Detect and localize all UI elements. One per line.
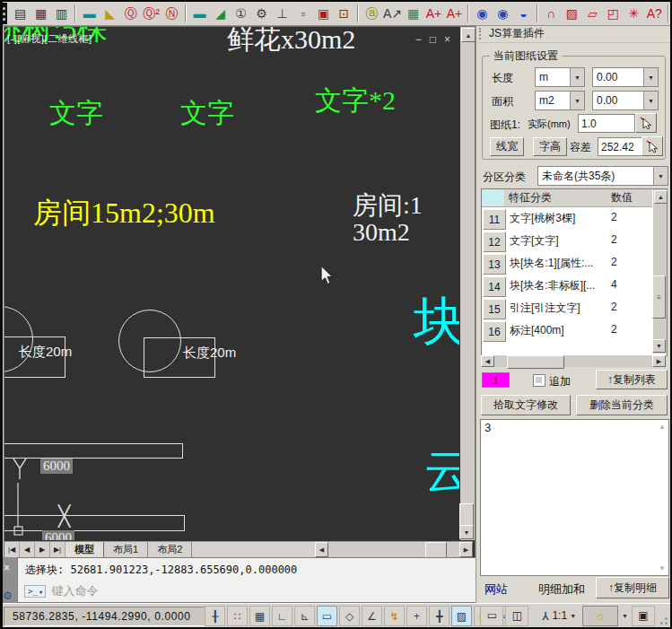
actual-mm-input[interactable]: 1.0 bbox=[578, 114, 635, 133]
find-text-icon[interactable]: ⓐ bbox=[362, 4, 381, 23]
coordinate-readout[interactable]: 58736.2835, -11494.2990, 0.0000 bbox=[4, 607, 209, 626]
close-icon[interactable]: × bbox=[4, 563, 10, 573]
row-number[interactable]: 14 bbox=[483, 276, 506, 297]
doc-red-icon[interactable]: ▣ bbox=[314, 4, 333, 23]
dual-layout-icon[interactable]: ◫ bbox=[505, 606, 528, 626]
pick-point-button[interactable] bbox=[641, 136, 663, 156]
row-number[interactable]: 16 bbox=[483, 321, 506, 342]
transparency-toggle[interactable]: ▨ bbox=[451, 606, 472, 626]
form-icon[interactable]: ▥ bbox=[52, 4, 71, 23]
feature-list[interactable]: 特征分类 数值 11 文字[桃树3棵] 2 12 文字[文字] 2 13 块[块… bbox=[482, 189, 652, 354]
osnap-toggle[interactable]: ▭ bbox=[317, 606, 337, 626]
cad-text-2[interactable]: 文字 bbox=[180, 99, 234, 127]
scroll-down-icon[interactable]: ▼ bbox=[659, 564, 666, 572]
monitor-icon[interactable]: ▭ bbox=[480, 606, 503, 626]
cad-text-3[interactable]: 文字*2 bbox=[315, 86, 396, 115]
close-icon[interactable]: × bbox=[444, 33, 450, 46]
row-number[interactable]: 15 bbox=[483, 299, 506, 319]
chevron-down-icon[interactable]: ▼ bbox=[643, 92, 658, 109]
grid-toggle[interactable]: ▦ bbox=[249, 606, 270, 626]
text-plus-icon[interactable]: A+ bbox=[424, 4, 443, 23]
annotation-visibility-button[interactable]: ☼ bbox=[582, 606, 618, 626]
ortho-toggle[interactable]: ∟ bbox=[272, 606, 292, 626]
table-row[interactable]: 15 引注[引注文字] 2 bbox=[482, 297, 652, 319]
scroll-down-icon[interactable]: ▼ bbox=[652, 339, 666, 353]
text-height-button[interactable]: 字高 bbox=[533, 137, 567, 156]
spark-icon[interactable]: ✳ bbox=[624, 4, 643, 23]
table-row[interactable]: 13 块[块名:1][属性:... 2 bbox=[482, 252, 652, 275]
table-row[interactable]: 11 文字[桃树3棵] 2 bbox=[482, 207, 652, 230]
table-vertical-scrollbar[interactable]: ▲ ≡ ▼ bbox=[653, 189, 667, 354]
cad-text-cloud[interactable]: 云 bbox=[424, 447, 459, 497]
length-precision-select[interactable]: 0.00 ▼ bbox=[592, 67, 659, 87]
cad-text-1[interactable]: 文字 bbox=[49, 99, 103, 127]
color-swatch[interactable]: 1 bbox=[482, 372, 510, 388]
minimize-icon[interactable]: − bbox=[415, 33, 422, 46]
cad-text-block[interactable]: 块 bbox=[414, 294, 459, 351]
scroll-up-icon[interactable]: ▲ bbox=[461, 28, 476, 42]
table-row[interactable]: 16 标注[400m] 2 bbox=[482, 319, 652, 342]
dimension-text-1[interactable]: 6000 bbox=[40, 459, 73, 474]
otrack-toggle[interactable]: ∠ bbox=[362, 606, 382, 626]
circled-one-icon[interactable]: ① bbox=[231, 4, 250, 23]
area-unit-select[interactable]: m2 ▼ bbox=[535, 91, 585, 110]
restore-icon[interactable]: □ bbox=[430, 33, 436, 46]
cad-text-room-white[interactable]: 房间:1 30m2 bbox=[353, 192, 423, 246]
cad-text-flower[interactable]: 鲜花x30m2 bbox=[227, 27, 355, 54]
row-number[interactable]: 11 bbox=[483, 209, 506, 230]
magnet-icon[interactable]: ∩ bbox=[542, 4, 561, 23]
slope-icon[interactable]: ◣ bbox=[100, 4, 119, 23]
clean-screen-icon[interactable]: ▣ bbox=[632, 606, 655, 626]
resize-grip[interactable] bbox=[657, 607, 668, 625]
snap-toggle[interactable]: ╂ bbox=[205, 606, 225, 626]
dynamic-ucs-toggle[interactable]: ↯ bbox=[384, 606, 405, 626]
zone-class-select[interactable]: 未命名(共35条) ▼ bbox=[537, 166, 668, 186]
tab-model[interactable]: 模型 bbox=[65, 542, 104, 557]
tolerance-input[interactable]: 252.42 bbox=[598, 137, 644, 156]
annotation-scale-control[interactable]: Y 1:1 ▼ bbox=[537, 607, 580, 625]
tab-layout1[interactable]: 布局1 bbox=[104, 542, 148, 557]
ruler-icon[interactable]: ▬ bbox=[80, 4, 99, 23]
scroll-up-icon[interactable]: ▲ bbox=[654, 190, 668, 204]
scroll-down-icon[interactable]: ▼ bbox=[459, 525, 474, 539]
hatch-icon[interactable]: ▨ bbox=[563, 4, 581, 23]
list-icon[interactable]: ▤ bbox=[11, 4, 30, 23]
square-icon[interactable]: ▫ bbox=[293, 4, 312, 23]
bulb-blue-icon[interactable]: ◉ bbox=[473, 4, 492, 23]
tab-layout2[interactable]: 布局2 bbox=[148, 542, 192, 557]
bulb-blue2-icon[interactable]: ◉ bbox=[493, 4, 512, 23]
find-q2-icon[interactable]: Ⓠ² bbox=[142, 4, 161, 23]
scroll-left-icon[interactable]: ◀ bbox=[481, 355, 494, 367]
row-number[interactable]: 13 bbox=[483, 254, 506, 275]
area-precision-select[interactable]: 0.00 ▼ bbox=[592, 91, 659, 110]
axes-icon[interactable]: ⊥ bbox=[273, 4, 292, 23]
x-marker-entity[interactable]: ╳ bbox=[58, 506, 70, 528]
chevron-down-icon[interactable]: ▼ bbox=[653, 167, 668, 185]
line-width-button[interactable]: 线宽 bbox=[490, 137, 524, 156]
command-line-area[interactable]: 选择块: 52681.901223,-12883.655690,0.000000… bbox=[17, 557, 476, 603]
find-q-icon[interactable]: Ⓠ bbox=[121, 4, 140, 23]
delete-current-class-button[interactable]: 删除当前分类 bbox=[576, 395, 668, 415]
chevron-down-icon[interactable]: ▼ bbox=[620, 613, 630, 619]
excel-icon[interactable]: ▦ bbox=[404, 4, 423, 23]
table-row[interactable]: 14 块[块名:非标板][... 4 bbox=[482, 275, 652, 297]
table-horizontal-scrollbar[interactable]: ◀ ▶ bbox=[481, 355, 666, 367]
gear-icon[interactable]: ⚙ bbox=[252, 4, 271, 23]
website-link[interactable]: 网站 bbox=[484, 581, 508, 598]
panel-grip[interactable] bbox=[479, 28, 484, 39]
detail-text-area[interactable]: 3 ▲ ▼ bbox=[480, 419, 669, 576]
command-input-placeholder[interactable]: 键入命令 bbox=[51, 583, 98, 599]
scroll-right-icon[interactable]: ▶ bbox=[459, 542, 473, 557]
osnap-3d-toggle[interactable]: ◇ bbox=[339, 606, 360, 626]
wrench-icon[interactable]: ⚙ bbox=[3, 590, 13, 601]
scroll-left-icon[interactable]: ◀ bbox=[315, 542, 328, 557]
viewport-controls-label[interactable]: [-][俯视][二维线框] bbox=[7, 32, 92, 46]
scrollbar-thumb[interactable] bbox=[459, 503, 474, 527]
command-prompt-row[interactable]: >_ ▼ 键入命令 bbox=[18, 578, 476, 599]
chevron-down-icon[interactable]: ▼ bbox=[570, 92, 584, 109]
tab-nav-prev-icon[interactable]: ◀ bbox=[20, 542, 35, 557]
area-triangle-icon[interactable]: ◢ bbox=[211, 4, 230, 23]
tab-nav-first-icon[interactable]: |◀ bbox=[4, 542, 20, 557]
text-question-icon[interactable]: A? bbox=[645, 4, 664, 23]
polygon-n-icon[interactable]: Ⓝ bbox=[162, 4, 181, 23]
